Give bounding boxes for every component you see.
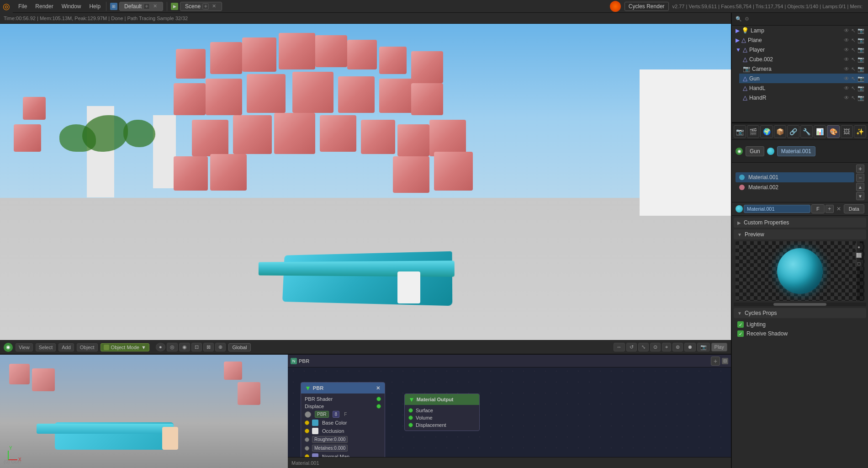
handl-eye-icon[interactable]: 👁 (844, 85, 849, 91)
menu-file[interactable]: File (15, 1, 31, 11)
lighting-checkbox[interactable]: ✓ (737, 321, 744, 328)
gun-eye-icon[interactable]: 👁 (844, 75, 849, 82)
select-menu[interactable]: Select (36, 343, 56, 351)
mode-selector[interactable]: Object Mode ▼ (101, 343, 149, 351)
tab-object[interactable]: 📦 (774, 125, 786, 138)
cube002-eye-icon[interactable]: 👁 (844, 56, 849, 63)
gun-render-icon[interactable]: 📷 (857, 75, 864, 82)
handl-render-icon[interactable]: 📷 (857, 85, 864, 91)
tab-world[interactable]: 🌍 (760, 125, 773, 138)
handr-eye-icon[interactable]: 👁 (844, 95, 849, 101)
outliner-item-cube002[interactable]: △ Cube.002 👁 ↖ 📷 (739, 54, 868, 64)
metalness-value[interactable]: Metalnes:0.000 (312, 445, 348, 452)
material-item-002[interactable]: Material.002 (736, 182, 854, 192)
wireframe-mode-btn[interactable]: ⊡ (191, 343, 202, 351)
outliner-item-lamp[interactable]: ▶ 💡 Lamp 👁 ↖ 📷 (732, 26, 868, 35)
mini-viewport[interactable]: X Y (0) Gun (0, 355, 288, 468)
rendered-mode-btn[interactable]: ◉ (179, 343, 190, 351)
pbr-displace-socket[interactable] (376, 404, 381, 409)
mat-new-btn[interactable]: + (826, 205, 834, 213)
mat-data-btn[interactable]: Data (844, 204, 864, 213)
x-ray-btn[interactable]: ⊠ (203, 343, 214, 351)
outliner-item-handl[interactable]: △ HandL 👁 ↖ 📷 (739, 83, 868, 93)
tab-particles[interactable]: ✨ (854, 125, 866, 138)
surface-socket[interactable] (408, 408, 413, 413)
cycles-props-header[interactable]: ▼ Cycles Props (734, 308, 866, 318)
workspace-add-btn[interactable]: + (143, 3, 150, 10)
workspace-default[interactable]: Default + ✕ (119, 2, 163, 11)
node-minimize-btn[interactable]: ⊟ (722, 358, 728, 364)
mat-up-btn[interactable]: ▲ (856, 183, 864, 191)
tab-texture[interactable]: 🖼 (841, 125, 853, 138)
player-eye-icon[interactable]: 👁 (844, 47, 849, 53)
mat-output-toggle[interactable]: ▼ (408, 396, 415, 403)
mat-name-field[interactable]: Material.001 (744, 205, 810, 213)
outliner-item-plane[interactable]: ▶ △ Plane 👁 ↖ 📷 (732, 35, 868, 45)
mat-down-btn[interactable]: ▼ (856, 192, 864, 200)
tab-constraints[interactable]: 🔗 (787, 125, 799, 138)
workspace-scene[interactable]: Scene + ✕ (180, 2, 222, 11)
tab-data[interactable]: 📊 (814, 125, 826, 138)
custom-properties-header[interactable]: ▶ Custom Properties (734, 218, 866, 228)
roughness-value[interactable]: Roughne:0.000 (312, 436, 348, 443)
tab-modifiers[interactable]: 🔧 (800, 125, 813, 138)
workspace-close-btn[interactable]: ✕ (152, 3, 158, 10)
scale-btn[interactable]: ⤡ (638, 343, 649, 351)
handr-render-icon[interactable]: 📷 (857, 95, 864, 101)
pbr-node-toggle[interactable]: ▼ (305, 384, 311, 392)
add-menu[interactable]: Add (58, 343, 74, 351)
orientation-selector[interactable]: Global (228, 343, 251, 351)
camera-eye-icon[interactable]: 👁 (844, 66, 849, 72)
render-btn[interactable]: 📷 (697, 343, 710, 351)
play-btn[interactable]: Play (711, 343, 727, 351)
pivot-btn[interactable]: ⊙ (650, 343, 661, 351)
camera-render-icon[interactable]: 📷 (857, 66, 864, 72)
viewport-3d[interactable] (0, 24, 731, 340)
node-add-btn[interactable]: + (711, 356, 720, 366)
menu-help[interactable]: Help (85, 1, 104, 11)
outliner-item-handr[interactable]: △ HandR 👁 ↖ 📷 (739, 93, 868, 102)
volume-socket[interactable] (408, 415, 413, 420)
transform-btn[interactable]: ↔ (614, 343, 625, 351)
plane-eye-icon[interactable]: 👁 (844, 37, 849, 43)
object-menu[interactable]: Object (77, 343, 98, 351)
outliner-item-gun[interactable]: △ Gun 👁 ↖ 📷 (739, 74, 868, 83)
material-mode-btn[interactable]: ◎ (167, 343, 178, 351)
node-editor[interactable]: N PBR + ⊟ ▼ (288, 355, 731, 468)
tab-scene[interactable]: 🎬 (747, 125, 759, 138)
mat-remove-btn[interactable]: − (856, 174, 864, 182)
menu-render[interactable]: Render (32, 1, 57, 11)
roughness-socket[interactable] (305, 437, 309, 442)
plane-render-icon[interactable]: 📷 (857, 37, 864, 43)
outliner-item-camera[interactable]: 📷 Camera 👁 ↖ 📷 (739, 64, 868, 74)
pbr-shader-socket[interactable] (376, 397, 381, 401)
mat-f-btn[interactable]: F (811, 204, 825, 213)
outliner-item-player[interactable]: ▼ △ Player 👁 ↖ 📷 (732, 45, 868, 54)
engine-selector[interactable]: Cycles Render (625, 2, 669, 11)
occlusion-socket[interactable] (305, 429, 309, 433)
preview-header[interactable]: ▼ Preview (734, 229, 866, 239)
receive-shadow-checkbox[interactable]: ✓ (737, 330, 744, 337)
record-btn[interactable]: ⏺ (684, 343, 696, 351)
mat-unlink-btn[interactable]: ✕ (835, 205, 843, 213)
preview-scrollbar[interactable] (734, 303, 866, 306)
menu-window[interactable]: Window (58, 1, 85, 11)
scene-add-btn[interactable]: + (202, 3, 209, 10)
snapping-btn[interactable]: ⊕ (215, 343, 226, 351)
solid-mode-btn[interactable]: ● (156, 343, 165, 351)
displacement-socket[interactable] (408, 423, 413, 427)
proportional-btn[interactable]: ⊚ (672, 343, 683, 351)
scene-close-btn[interactable]: ✕ (211, 3, 217, 10)
lamp-eye-icon[interactable]: 👁 (844, 27, 849, 34)
view-menu[interactable]: View (16, 343, 33, 351)
cube002-render-icon[interactable]: 📷 (857, 56, 864, 63)
player-render-icon[interactable]: 📷 (857, 47, 864, 53)
material-item-001[interactable]: Material.001 (736, 172, 854, 182)
metalness-socket[interactable] (305, 446, 309, 451)
tab-render[interactable]: 📷 (734, 125, 746, 138)
snap-btn[interactable]: ⌖ (662, 343, 671, 351)
lamp-render-icon[interactable]: 📷 (857, 27, 864, 34)
basecolor-socket[interactable] (305, 420, 309, 425)
mat-add-btn[interactable]: + (856, 165, 864, 173)
rotate-btn[interactable]: ↺ (626, 343, 637, 351)
